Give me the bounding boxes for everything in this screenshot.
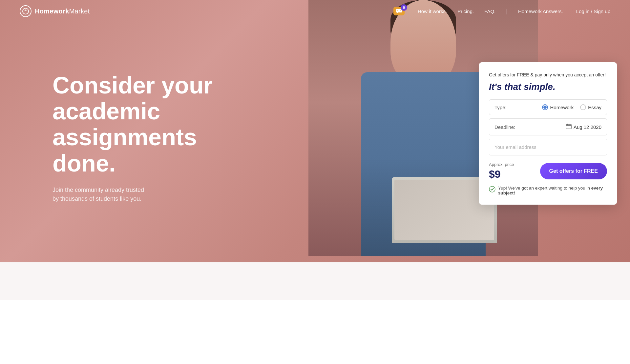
essay-radio-circle <box>580 104 586 110</box>
type-row: Type: Homework Essay <box>489 99 607 115</box>
nav-how-it-works[interactable]: How it works. <box>418 9 447 14</box>
header: HomeworkMarket 0 How it works. Pricing. … <box>0 0 630 22</box>
laptop-area <box>361 157 486 256</box>
hero-subtitle-line1: Join the community already trusted <box>52 186 144 193</box>
homework-radio-label: Homework <box>550 105 574 110</box>
logo-text: HomeworkMarket <box>35 8 90 15</box>
chat-icon-wrapper[interactable]: 0 <box>393 7 405 15</box>
hero-section: Consider your academic assignments done.… <box>0 0 630 262</box>
bottom-bar <box>0 262 630 300</box>
form-heading: It's that simple. <box>489 82 607 92</box>
nav-faq[interactable]: FAQ. <box>484 9 495 14</box>
svg-point-10 <box>489 186 495 192</box>
hero-subtitle: Join the community already trusted by th… <box>52 185 249 203</box>
email-row <box>489 139 607 155</box>
nav-links: How it works. Pricing. FAQ. | Homework A… <box>418 8 563 15</box>
form-bottom: Approx. price $9 Get offers for FREE <box>489 162 607 180</box>
essay-radio-label: Essay <box>588 105 601 110</box>
deadline-date: Aug 12 2020 <box>574 124 601 130</box>
form-card: Get offers for FREE & pay only when you … <box>479 62 617 205</box>
email-input[interactable] <box>489 139 607 155</box>
svg-point-0 <box>23 8 29 14</box>
hero-title: Consider your academic assignments done. <box>52 72 249 176</box>
homework-radio[interactable]: Homework <box>542 104 574 110</box>
chat-badge: 0 <box>401 4 407 11</box>
essay-radio[interactable]: Essay <box>580 104 601 110</box>
footer-note-text: Yup! We've got an expert waiting to help… <box>498 186 607 195</box>
svg-rect-6 <box>566 124 571 129</box>
nav-separator: | <box>506 8 508 15</box>
price-area: Approx. price $9 <box>489 162 514 180</box>
svg-rect-5 <box>400 10 401 10</box>
form-footer-note: Yup! We've got an expert waiting to help… <box>489 186 607 195</box>
form-tagline: Get offers for FREE & pay only when you … <box>489 71 607 78</box>
price-value: $9 <box>489 168 514 180</box>
svg-rect-4 <box>399 10 399 10</box>
deadline-value: Aug 12 2020 <box>566 123 601 131</box>
type-label: Type: <box>494 105 507 110</box>
logo-text-light: Market <box>69 8 90 15</box>
login-link[interactable]: Log in / Sign up <box>576 9 610 14</box>
hero-subtitle-line2: by thousands of students like you. <box>52 195 141 202</box>
get-offers-button[interactable]: Get offers for FREE <box>540 163 607 179</box>
deadline-label: Deadline: <box>494 124 515 130</box>
svg-marker-2 <box>397 12 398 13</box>
check-icon <box>489 186 495 194</box>
person-body <box>361 72 486 256</box>
svg-rect-3 <box>397 10 398 10</box>
calendar-icon <box>566 123 572 131</box>
footer-note-prefix: Yup! We've got an expert waiting to help… <box>498 186 591 191</box>
nav-pricing[interactable]: Pricing. <box>457 9 474 14</box>
homework-radio-circle <box>542 104 548 110</box>
nav-homework-answers[interactable]: Homework Answers. <box>518 9 563 14</box>
hero-content: Consider your academic assignments done.… <box>52 72 249 203</box>
approx-label: Approx. price <box>489 162 514 167</box>
deadline-row[interactable]: Deadline: Aug 12 2020 <box>489 118 607 135</box>
logo-text-bold: Homework <box>35 8 69 15</box>
logo-icon <box>20 5 32 17</box>
logo-area: HomeworkMarket <box>20 5 90 17</box>
